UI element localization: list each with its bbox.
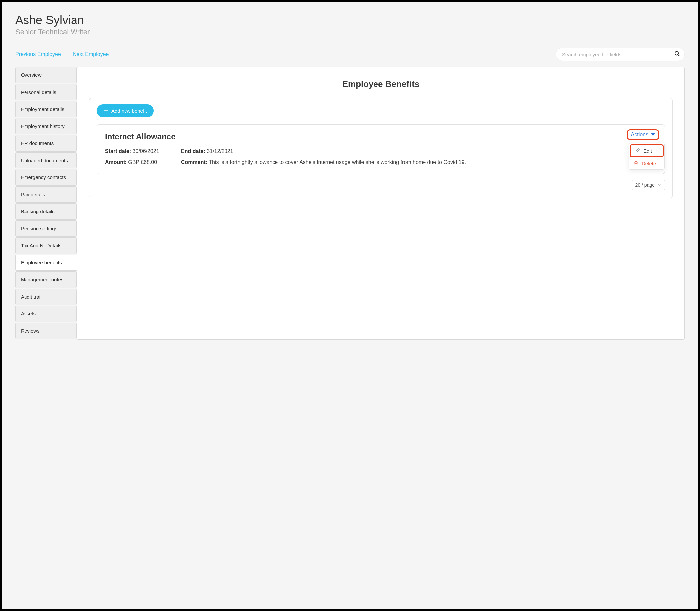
header: Ashe Sylvian Senior Technical Writer bbox=[15, 13, 685, 36]
amount-value: GBP £68.00 bbox=[128, 159, 157, 165]
sidebar-item-tax-ni-details[interactable]: Tax And NI Details bbox=[15, 237, 77, 254]
svg-line-1 bbox=[678, 55, 680, 56]
amount-cell: Amount: GBP £68.00 bbox=[105, 158, 178, 166]
end-date-value: 31/12/2021 bbox=[207, 148, 233, 154]
actions-edit-label: Edit bbox=[643, 148, 652, 153]
sidebar-item-hr-documents[interactable]: HR documents bbox=[15, 135, 77, 152]
page-size-select[interactable]: 20 / page bbox=[632, 180, 665, 190]
search-icon[interactable] bbox=[674, 51, 680, 58]
end-date-label: End date: bbox=[181, 148, 205, 154]
sidebar-item-management-notes[interactable]: Management notes bbox=[15, 271, 77, 288]
svg-marker-4 bbox=[651, 133, 655, 136]
search-input[interactable] bbox=[556, 48, 685, 61]
actions-dropdown: Edit Delete bbox=[629, 143, 665, 170]
previous-employee-link[interactable]: Previous Employee bbox=[15, 51, 61, 57]
sidebar-item-personal-details[interactable]: Personal details bbox=[15, 84, 77, 101]
start-date-cell: Start date: 30/06/2021 bbox=[105, 147, 178, 155]
sidebar-item-banking-details[interactable]: Banking details bbox=[15, 203, 77, 220]
layout: Overview Personal details Employment det… bbox=[15, 67, 685, 340]
employee-nav-links: Previous Employee | Next Employee bbox=[15, 51, 109, 57]
nav-separator: | bbox=[66, 51, 68, 57]
actions-delete-item[interactable]: Delete bbox=[629, 158, 664, 169]
pager-row: 20 / page bbox=[97, 180, 665, 190]
comment-label: Comment: bbox=[181, 159, 207, 165]
sidebar-item-uploaded-documents[interactable]: Uploaded documents bbox=[15, 152, 77, 169]
benefits-panel: Add new benefit Internet Allowance Actio… bbox=[89, 98, 672, 198]
pencil-icon bbox=[636, 148, 640, 153]
sidebar-item-employment-details[interactable]: Employment details bbox=[15, 101, 77, 118]
add-benefit-label: Add new benefit bbox=[111, 108, 147, 114]
employee-title: Senior Technical Writer bbox=[15, 28, 685, 36]
actions-button[interactable]: Actions bbox=[627, 130, 659, 140]
benefit-grid: Start date: 30/06/2021 End date: 31/12/2… bbox=[105, 147, 657, 166]
chevron-down-icon bbox=[658, 183, 661, 187]
comment-value: This is a fortnightly allowance to cover… bbox=[209, 159, 466, 165]
trash-icon bbox=[634, 161, 638, 166]
sidebar: Overview Personal details Employment det… bbox=[15, 67, 77, 340]
amount-label: Amount: bbox=[105, 159, 127, 165]
start-date-label: Start date: bbox=[105, 148, 131, 154]
sidebar-item-employment-history[interactable]: Employment history bbox=[15, 118, 77, 135]
actions-edit-item[interactable]: Edit bbox=[630, 144, 663, 157]
page-title: Employee Benefits bbox=[89, 79, 672, 89]
sidebar-item-pay-details[interactable]: Pay details bbox=[15, 187, 77, 203]
plus-icon bbox=[103, 107, 108, 114]
sidebar-item-pension-settings[interactable]: Pension settings bbox=[15, 221, 77, 237]
sidebar-item-reviews[interactable]: Reviews bbox=[15, 323, 77, 339]
add-benefit-button[interactable]: Add new benefit bbox=[97, 104, 154, 117]
next-employee-link[interactable]: Next Employee bbox=[73, 51, 109, 57]
content: Employee Benefits Add new benefit Intern… bbox=[77, 67, 685, 340]
app-frame: Ashe Sylvian Senior Technical Writer Pre… bbox=[0, 0, 700, 611]
nav-row: Previous Employee | Next Employee bbox=[15, 48, 685, 61]
actions-label: Actions bbox=[631, 132, 648, 138]
employee-name: Ashe Sylvian bbox=[15, 13, 685, 27]
search-wrap bbox=[556, 48, 685, 61]
sidebar-item-employee-benefits[interactable]: Employee benefits bbox=[15, 255, 77, 271]
end-date-cell: End date: 31/12/2021 bbox=[181, 147, 657, 155]
comment-cell: Comment: This is a fortnightly allowance… bbox=[181, 158, 657, 166]
page-size-label: 20 / page bbox=[636, 182, 655, 188]
caret-down-icon bbox=[651, 132, 655, 138]
benefit-title: Internet Allowance bbox=[105, 132, 657, 141]
sidebar-item-assets[interactable]: Assets bbox=[15, 306, 77, 322]
start-date-value: 30/06/2021 bbox=[133, 148, 159, 154]
benefit-card: Internet Allowance Actions Edit bbox=[97, 124, 665, 174]
actions-delete-label: Delete bbox=[642, 161, 656, 166]
sidebar-item-emergency-contacts[interactable]: Emergency contacts bbox=[15, 169, 77, 186]
sidebar-item-audit-trail[interactable]: Audit trail bbox=[15, 288, 77, 305]
sidebar-item-overview[interactable]: Overview bbox=[15, 67, 77, 84]
